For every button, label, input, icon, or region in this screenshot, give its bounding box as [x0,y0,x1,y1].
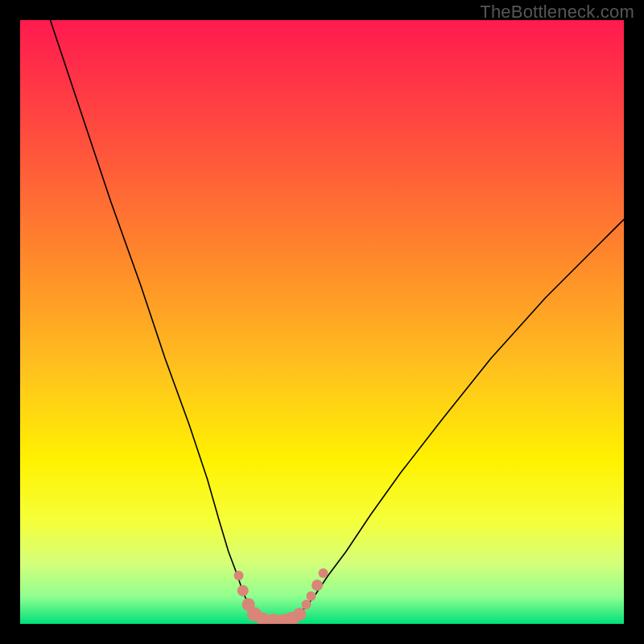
bottleneck-chart [20,20,624,624]
bottleneck-band-point [234,571,244,580]
plot-area [20,20,624,624]
bottleneck-band-point [307,592,316,601]
bottleneck-band-point [312,580,323,591]
bottleneck-band-point [319,568,328,578]
bottleneck-band-point [293,608,306,621]
bottleneck-band-point [237,585,249,597]
outer-frame: TheBottleneck.com [0,0,644,644]
bottleneck-band-point [302,600,312,609]
gradient-background [20,20,624,624]
watermark-label: TheBottleneck.com [480,2,634,23]
